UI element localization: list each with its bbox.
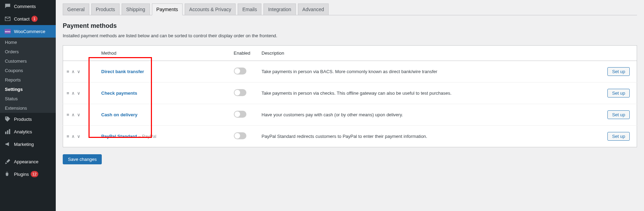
menu-marketing[interactable]: Marketing — [0, 138, 56, 150]
col-enabled-header: Enabled — [230, 46, 258, 61]
move-up-icon[interactable]: ∧ — [71, 134, 75, 139]
tab-integration[interactable]: Integration — [263, 3, 296, 15]
plugin-icon — [4, 171, 11, 178]
brush-icon — [4, 158, 11, 165]
menu-appearance-label: Appearance — [14, 159, 38, 164]
menu-products[interactable]: Products — [0, 113, 56, 125]
settings-tabs: General Products Shipping Payments Accou… — [63, 3, 637, 15]
move-down-icon[interactable]: ∨ — [77, 69, 80, 74]
payment-methods-table: Method Enabled Description ≡∧∨Direct ban… — [63, 45, 637, 147]
page-description: Installed payment methods are listed bel… — [63, 33, 637, 38]
payment-method-description: Have your customers pay with cash (or by… — [258, 104, 602, 126]
setup-button[interactable]: Set up — [607, 110, 630, 119]
submenu-home[interactable]: Home — [0, 38, 56, 47]
contact-badge: 1 — [31, 16, 38, 22]
menu-woocommerce-label: WooCommerce — [14, 29, 45, 34]
enabled-toggle[interactable] — [234, 111, 246, 118]
payment-method-row: ≡∧∨PayPal Standard – PayPalPayPal Standa… — [63, 126, 637, 147]
payment-method-link[interactable]: Direct bank transfer — [101, 69, 144, 74]
move-down-icon[interactable]: ∨ — [77, 112, 80, 117]
col-method-header: Method — [98, 46, 230, 61]
comment-icon — [4, 3, 11, 10]
menu-analytics[interactable]: Analytics — [0, 125, 56, 138]
move-down-icon[interactable]: ∨ — [77, 91, 80, 96]
drag-icon[interactable]: ≡ — [67, 134, 69, 139]
tab-general[interactable]: General — [63, 3, 89, 15]
tab-emails[interactable]: Emails — [238, 3, 261, 15]
setup-button[interactable]: Set up — [607, 132, 630, 141]
drag-icon[interactable]: ≡ — [67, 112, 69, 117]
tab-accounts[interactable]: Accounts & Privacy — [185, 3, 236, 15]
submenu-coupons[interactable]: Coupons — [0, 66, 56, 75]
payment-method-link[interactable]: Cash on delivery — [101, 112, 138, 117]
woocommerce-icon: woo — [4, 28, 11, 35]
tab-products[interactable]: Products — [91, 3, 120, 15]
menu-products-label: Products — [14, 117, 32, 122]
menu-contact[interactable]: Contact 1 — [0, 13, 56, 25]
payment-method-row: ≡∧∨Cash on deliveryHave your customers p… — [63, 104, 637, 126]
sort-handle[interactable]: ≡∧∨ — [67, 134, 94, 139]
setup-button[interactable]: Set up — [607, 89, 630, 97]
mail-icon — [4, 15, 11, 22]
menu-appearance[interactable]: Appearance — [0, 155, 56, 168]
sort-handle[interactable]: ≡∧∨ — [67, 112, 94, 117]
menu-plugins[interactable]: Plugins 12 — [0, 168, 56, 180]
sort-handle[interactable]: ≡∧∨ — [67, 69, 94, 74]
col-action-header — [602, 46, 637, 61]
enabled-toggle[interactable] — [234, 68, 246, 75]
page-title: Payment methods — [63, 22, 637, 30]
svg-rect-1 — [5, 132, 7, 134]
payment-method-row: ≡∧∨Check paymentsTake payments in person… — [63, 83, 637, 104]
submenu-status[interactable]: Status — [0, 94, 56, 103]
menu-comments-label: Comments — [14, 4, 36, 9]
submenu-customers[interactable]: Customers — [0, 56, 56, 66]
move-down-icon[interactable]: ∨ — [77, 134, 80, 139]
payment-method-description: PayPal Standard redirects customers to P… — [258, 126, 602, 147]
submenu-reports[interactable]: Reports — [0, 75, 56, 85]
menu-woocommerce[interactable]: woo WooCommerce — [0, 25, 56, 38]
tab-shipping[interactable]: Shipping — [122, 3, 150, 15]
enabled-toggle[interactable] — [234, 132, 246, 139]
move-up-icon[interactable]: ∧ — [71, 112, 75, 117]
menu-analytics-label: Analytics — [14, 129, 32, 134]
enabled-toggle[interactable] — [234, 89, 246, 96]
payment-method-description: Take payments in person via BACS. More c… — [258, 61, 602, 83]
main-content: General Products Shipping Payments Accou… — [56, 0, 644, 211]
menu-plugins-label: Plugins — [14, 172, 29, 177]
submenu-extensions[interactable]: Extensions — [0, 103, 56, 113]
payment-method-link[interactable]: Check payments — [101, 91, 137, 96]
submenu-settings[interactable]: Settings — [0, 85, 56, 94]
product-icon — [4, 116, 11, 123]
submenu-orders[interactable]: Orders — [0, 47, 56, 56]
setup-button[interactable]: Set up — [607, 67, 630, 76]
svg-rect-3 — [9, 129, 10, 134]
save-changes-button[interactable]: Save changes — [63, 154, 102, 164]
woocommerce-submenu: Home Orders Customers Coupons Reports Se… — [0, 38, 56, 113]
admin-sidebar: Comments Contact 1 woo WooCommerce Home … — [0, 0, 56, 211]
method-suffix: – PayPal — [137, 134, 156, 139]
analytics-icon — [4, 128, 11, 135]
svg-point-0 — [6, 117, 7, 118]
megaphone-icon — [4, 141, 11, 148]
payment-method-description: Take payments in person via checks. This… — [258, 83, 602, 104]
menu-comments[interactable]: Comments — [0, 0, 56, 13]
sort-handle[interactable]: ≡∧∨ — [67, 91, 94, 96]
payment-method-row: ≡∧∨Direct bank transferTake payments in … — [63, 61, 637, 83]
drag-icon[interactable]: ≡ — [67, 91, 69, 96]
tab-payments[interactable]: Payments — [152, 3, 183, 15]
col-description-header: Description — [258, 46, 602, 61]
move-up-icon[interactable]: ∧ — [71, 91, 75, 96]
svg-rect-2 — [7, 130, 8, 134]
move-up-icon[interactable]: ∧ — [71, 69, 75, 74]
menu-marketing-label: Marketing — [14, 142, 34, 147]
col-sort-header — [63, 46, 98, 61]
tab-advanced[interactable]: Advanced — [298, 3, 329, 15]
payment-method-link[interactable]: PayPal Standard — [101, 134, 137, 139]
plugins-badge: 12 — [31, 171, 38, 177]
menu-contact-label: Contact — [14, 16, 30, 22]
drag-icon[interactable]: ≡ — [67, 69, 69, 74]
